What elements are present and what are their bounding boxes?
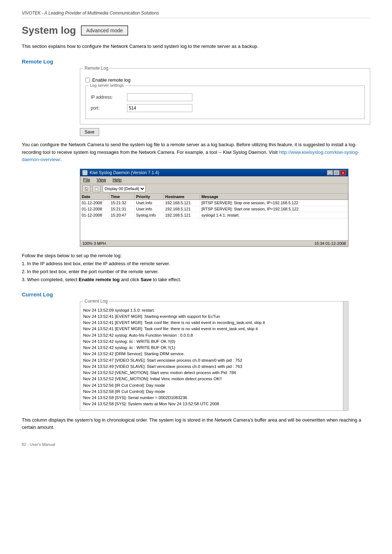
table-row: 01-12-2008 15:20:47 Syslog.Info 192.168.… bbox=[80, 212, 348, 218]
kiwi-syslog-window: Kiwi Syslog Daemon (Version 7.1.4) _ □ ✕… bbox=[80, 169, 348, 247]
row3-message: syslogd 1.4.1: restart. bbox=[200, 212, 348, 218]
step3-suffix: to take effect. bbox=[152, 277, 181, 282]
enable-remote-log-checkbox[interactable] bbox=[85, 78, 90, 82]
row2-date: 01-12-2008 bbox=[80, 206, 109, 212]
row1-priority: User.Info bbox=[135, 200, 164, 206]
log-line: Nov 24 13:52:47 [VIDEO SLAVE]: Start ven… bbox=[83, 357, 340, 364]
row1-message: [RTSP SERVER]: Stop one session, IP=192.… bbox=[200, 200, 348, 206]
steps-heading: Follow the steps below to set up the rem… bbox=[22, 252, 370, 260]
row2-priority: User.Info bbox=[135, 206, 164, 212]
kiwi-table-header: Date Time Priority Hostname Message bbox=[80, 194, 348, 200]
row3-priority: Syslog.Info bbox=[135, 212, 164, 218]
row2-message: [RTSP SERVER]: Start one session, IP=192… bbox=[200, 206, 348, 212]
remote-log-heading: Remote Log bbox=[22, 58, 370, 65]
log-line: Nov 24 13:52:42 syslog: iic : WRITE BUF … bbox=[83, 338, 340, 345]
kiwi-status-right: 15:34 01-12-2008 bbox=[314, 241, 346, 246]
desc-text2: . bbox=[60, 157, 62, 162]
log-server-settings-panel: Log server settings IP address: port: bbox=[85, 86, 365, 119]
log-line: Nov 24 13:52:58 [IR Cut Control]: Day mo… bbox=[83, 389, 340, 395]
minimize-button[interactable]: _ bbox=[327, 170, 333, 175]
page-number: 82 - User's Manual bbox=[22, 442, 370, 447]
row3-date: 01-12-2008 bbox=[80, 212, 109, 218]
col-priority: Priority bbox=[135, 194, 164, 200]
kiwi-status-left: 100% 3 MPH bbox=[82, 241, 106, 246]
row3-hostname: 192.168.5.121 bbox=[164, 212, 200, 218]
log-line: Nov 24 13:52:49 [VIDEO SLAVE]: Start ven… bbox=[83, 364, 340, 370]
remote-log-panel-title: Remote Log bbox=[83, 66, 110, 71]
col-time: Time bbox=[109, 194, 135, 200]
save-button[interactable]: Save bbox=[80, 128, 99, 136]
log-scrollbar[interactable] bbox=[343, 301, 348, 410]
kiwi-table-body: 01-12-2008 15:21:32 User.Info 192.168.5.… bbox=[80, 200, 348, 240]
log-line: Nov 24 13:52:42 syslog: Auto-Iris Functi… bbox=[83, 332, 340, 338]
menu-view[interactable]: View bbox=[95, 177, 107, 183]
kiwi-window-title: Kiwi Syslog Daemon (Version 7.1.4) bbox=[90, 170, 159, 175]
log-line: Nov 24 13:52:58 [SYS]: Serial number = 0… bbox=[83, 395, 340, 401]
remote-log-panel: Remote Log Enable remote log Log server … bbox=[80, 68, 370, 124]
menu-file[interactable]: File bbox=[82, 177, 91, 183]
table-row: 01-12-2008 15:21:32 User.Info 192.168.5.… bbox=[80, 200, 348, 206]
row2-hostname: 192.168.5.121 bbox=[164, 206, 200, 212]
current-log-panel-title: Current Log bbox=[83, 299, 109, 304]
step3-bold2: Save bbox=[140, 277, 151, 282]
page-title: System log bbox=[22, 25, 76, 36]
kiwi-display-select[interactable]: Display 00 [Default] bbox=[103, 185, 146, 192]
row1-hostname: 192.168.5.121 bbox=[164, 200, 200, 206]
kiwi-empty-area bbox=[80, 218, 348, 240]
log-line: Nov 24 13:52:42 [DRM Service]: Starting … bbox=[83, 351, 340, 357]
log-line: Nov 24 13:52:41 [EVENT MGR]: Task conf f… bbox=[83, 320, 340, 326]
toolbar-icon-1[interactable]: 🏠 bbox=[82, 185, 90, 192]
step-1: 1. In the IP address text box, enter the… bbox=[22, 260, 370, 268]
table-row: 01-12-2008 15:21:31 User.Info 192.168.5.… bbox=[80, 206, 348, 212]
log-content: Nov 24 13:52:09 syslogd 1.5.0: restart.N… bbox=[83, 307, 345, 407]
col-hostname: Hostname bbox=[164, 194, 200, 200]
port-label: port: bbox=[91, 106, 123, 111]
log-line: Nov 24 13:52:41 [EVENT MGR]: Task conf f… bbox=[83, 326, 340, 332]
advanced-mode-button[interactable]: Advanced mode bbox=[81, 25, 128, 36]
toolbar-icon-2[interactable]: 📋 bbox=[93, 185, 101, 192]
log-line: Nov 24 13:52:42 syslog: iic : WRITE BUF … bbox=[83, 345, 340, 351]
description-text: You can configure the Network Camera to … bbox=[22, 141, 370, 164]
row2-time: 15:21:31 bbox=[109, 206, 135, 212]
kiwi-menu-bar: File View Help bbox=[80, 176, 348, 184]
steps-section: Follow the steps below to set up the rem… bbox=[22, 252, 370, 284]
row1-date: 01-12-2008 bbox=[80, 200, 109, 206]
footer-text: This column displays the system's log in… bbox=[22, 416, 370, 432]
log-line: Nov 24 13:52:56 [IR Cut Control]: Day mo… bbox=[83, 382, 340, 389]
kiwi-app-icon bbox=[82, 170, 87, 175]
current-log-panel: Current Log Nov 24 13:52:09 syslogd 1.5.… bbox=[80, 301, 348, 411]
log-server-settings-title: Log server settings bbox=[89, 83, 125, 87]
intro-text: This section explains how to configure t… bbox=[22, 43, 370, 50]
log-line: Nov 24 13:52:09 syslogd 1.5.0: restart. bbox=[83, 307, 340, 313]
row3-time: 15:20:47 bbox=[109, 212, 135, 218]
menu-help[interactable]: Help bbox=[111, 177, 123, 183]
port-input[interactable] bbox=[127, 104, 192, 112]
enable-remote-log-label: Enable remote log bbox=[92, 77, 131, 83]
ip-address-label: IP address: bbox=[91, 95, 123, 100]
col-date: Date bbox=[80, 194, 109, 200]
step3-middle: and click bbox=[120, 277, 141, 282]
close-button[interactable]: ✕ bbox=[340, 170, 346, 175]
kiwi-title-bar: Kiwi Syslog Daemon (Version 7.1.4) _ □ ✕ bbox=[80, 169, 348, 176]
log-line: Nov 24 13:52:41 [EVENT MGR]: Starting ev… bbox=[83, 313, 340, 320]
step-3: 3. When completed, select Enable remote … bbox=[22, 276, 370, 284]
log-line: Nov 24 13:52:52 [VENC_MOTION]: Initial V… bbox=[83, 376, 340, 382]
step3-bold1: Enable remote log bbox=[79, 277, 120, 282]
log-line: Nov 24 13:52:52 [VENC_MOTION]: Start ven… bbox=[83, 370, 340, 376]
col-message: Message bbox=[200, 194, 348, 200]
kiwi-toolbar: 🏠 📋 Display 00 [Default] bbox=[80, 184, 348, 194]
step-2: 2. In the port text box, enter the port … bbox=[22, 268, 370, 276]
current-log-heading: Current Log bbox=[22, 291, 370, 297]
row1-time: 15:21:32 bbox=[109, 200, 135, 206]
ip-address-input[interactable] bbox=[127, 93, 192, 101]
maximize-button[interactable]: □ bbox=[334, 170, 339, 175]
company-tagline: VIVOTEK - A Leading Provider of Multimed… bbox=[22, 11, 159, 16]
step3-prefix: 3. When completed, select bbox=[22, 277, 79, 282]
kiwi-status-bar: 100% 3 MPH 15:34 01-12-2008 bbox=[80, 240, 348, 246]
log-line: Nov 24 13:52:58 [SYS]: System starts at … bbox=[83, 401, 340, 407]
